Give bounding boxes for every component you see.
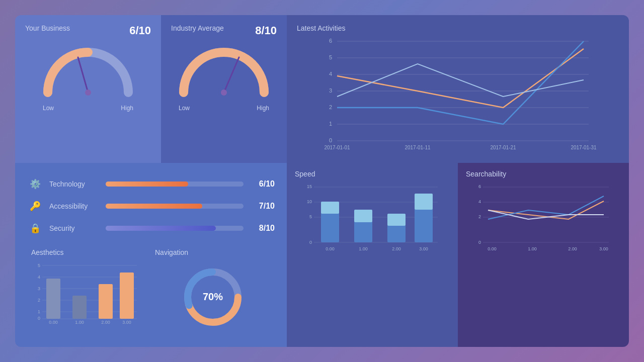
aesthetics-bar-3 (120, 273, 134, 319)
svg-rect-55 (387, 214, 406, 226)
svg-text:1.00: 1.00 (359, 246, 368, 251)
svg-point-3 (221, 89, 227, 96)
svg-text:0: 0 (329, 137, 332, 143)
your-business-gauge: Low High (25, 37, 151, 112)
aesthetics-title: Aesthetics (31, 248, 147, 256)
accessibility-bar (106, 204, 202, 209)
svg-line-0 (78, 57, 88, 93)
svg-text:70%: 70% (203, 291, 223, 302)
svg-rect-51 (321, 202, 339, 214)
svg-text:2.00: 2.00 (568, 246, 577, 251)
security-bar (106, 226, 216, 231)
activities-chart: 6 5 4 3 2 1 0 2017-01-01 2017-01-11 2017… (297, 36, 619, 152)
svg-text:4: 4 (329, 71, 332, 77)
industry-avg-panel: Industry Average 8/10 Low High (161, 15, 287, 163)
security-score: 8/10 (250, 224, 275, 233)
svg-text:0: 0 (38, 316, 40, 321)
gauge-svg-industry (174, 37, 274, 103)
speed-searchability-row: Speed 15 10 5 0 (287, 163, 629, 347)
technology-label: Technology (49, 180, 100, 188)
industry-avg-gauge: Low High (171, 37, 277, 112)
svg-rect-53 (354, 210, 372, 222)
svg-text:0.00: 0.00 (488, 246, 497, 251)
accessibility-bar-container (106, 204, 244, 209)
svg-text:0: 0 (309, 240, 312, 245)
gauge-labels-business: Low High (43, 105, 133, 112)
svg-text:2: 2 (38, 298, 40, 303)
metrics-panel: ⚙️ Technology 6/10 🔑 Accessibility (15, 163, 287, 347)
aesthetics-chart: 5 4 3 2 1 0 (31, 259, 142, 325)
svg-text:0.00: 0.00 (326, 246, 335, 251)
svg-text:2017-01-11: 2017-01-11 (405, 145, 431, 150)
svg-text:1.00: 1.00 (75, 320, 84, 325)
svg-text:2.00: 2.00 (392, 246, 401, 251)
svg-text:2017-01-01: 2017-01-01 (324, 145, 350, 150)
svg-point-1 (85, 89, 91, 96)
svg-text:1: 1 (38, 309, 40, 314)
security-bar-container (106, 226, 244, 231)
svg-line-2 (224, 57, 239, 93)
svg-text:6: 6 (478, 184, 481, 189)
gauge-svg-business (38, 37, 138, 103)
svg-text:3.00: 3.00 (122, 320, 131, 325)
technology-icon: ⚙️ (27, 176, 43, 192)
metric-row-security: 🔒 Security 8/10 (27, 220, 275, 236)
gauge-labels-industry: Low High (179, 105, 269, 112)
your-business-panel: Your Business 6/10 Low High (15, 15, 161, 163)
searchability-panel: Searchability 6 4 2 0 (458, 163, 629, 347)
gauge-high-business: High (121, 105, 133, 112)
speed-panel: Speed 15 10 5 0 (287, 163, 458, 347)
your-business-score: 6/10 (129, 24, 151, 37)
gauge-high-industry: High (257, 105, 269, 112)
svg-text:2: 2 (329, 104, 332, 110)
metric-row-technology: ⚙️ Technology 6/10 (27, 176, 275, 192)
svg-text:3: 3 (38, 286, 40, 291)
svg-text:15: 15 (307, 184, 312, 189)
gauge-low-industry: Low (179, 105, 190, 112)
latest-activities-title: Latest Activities (297, 24, 619, 32)
accessibility-icon: 🔑 (27, 198, 43, 214)
technology-score: 6/10 (250, 179, 275, 189)
technology-bar (106, 182, 188, 187)
navigation-title: Navigation (155, 248, 188, 256)
gauge-low-business: Low (43, 105, 54, 112)
security-icon: 🔒 (27, 220, 43, 236)
aesthetics-bar-0 (46, 279, 60, 319)
svg-text:0.00: 0.00 (49, 320, 58, 325)
svg-text:1: 1 (329, 121, 332, 127)
svg-text:0: 0 (478, 240, 481, 245)
metrics-grid: ⚙️ Technology 6/10 🔑 Accessibility (27, 176, 275, 236)
bottom-sub-panels: Aesthetics 5 4 3 2 1 0 (27, 246, 275, 332)
security-label: Security (49, 224, 100, 232)
svg-text:3: 3 (329, 87, 332, 94)
svg-text:3.00: 3.00 (419, 246, 428, 251)
right-bottom-panels: Speed 15 10 5 0 (287, 163, 629, 347)
navigation-panel: Navigation 70% (151, 246, 275, 332)
accessibility-label: Accessibility (49, 202, 100, 210)
technology-bar-container (106, 182, 244, 187)
svg-text:10: 10 (307, 199, 312, 204)
searchability-chart: 6 4 2 0 (466, 181, 621, 259)
svg-rect-57 (415, 194, 433, 210)
svg-text:4: 4 (38, 275, 40, 280)
aesthetics-bar-1 (72, 296, 87, 319)
aesthetics-panel: Aesthetics 5 4 3 2 1 0 (27, 246, 151, 332)
latest-activities-panel: Latest Activities 6 5 4 3 2 1 (287, 15, 629, 163)
svg-text:2.00: 2.00 (101, 320, 110, 325)
svg-text:3.00: 3.00 (599, 246, 608, 251)
donut-svg: 70% (180, 264, 246, 330)
svg-text:4: 4 (478, 199, 481, 204)
svg-text:5: 5 (38, 263, 40, 268)
aesthetics-bar-2 (99, 284, 113, 319)
industry-avg-score: 8/10 (255, 24, 277, 37)
svg-text:6: 6 (329, 38, 332, 44)
svg-text:2017-01-21: 2017-01-21 (490, 145, 516, 150)
searchability-title: Searchability (466, 170, 621, 178)
svg-text:2: 2 (478, 214, 481, 219)
svg-text:1.00: 1.00 (528, 246, 537, 251)
accessibility-score: 7/10 (250, 202, 275, 211)
svg-text:5: 5 (329, 54, 332, 60)
speed-title: Speed (295, 170, 450, 178)
speed-chart: 15 10 5 0 (295, 181, 450, 259)
metric-row-accessibility: 🔑 Accessibility 7/10 (27, 198, 275, 214)
